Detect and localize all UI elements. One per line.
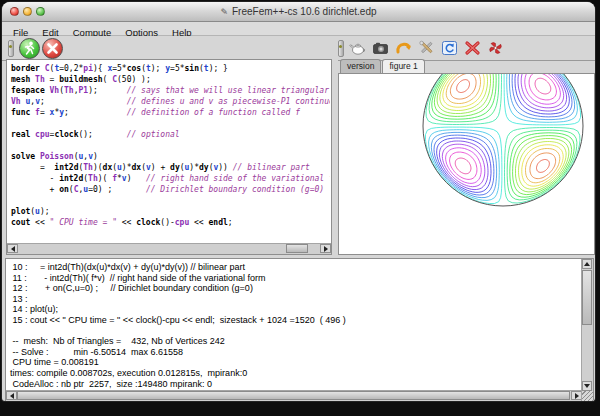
console-hscrollbar[interactable] <box>6 390 582 401</box>
teapot-icon <box>348 40 367 56</box>
iso-line <box>507 130 577 200</box>
iso-line <box>509 74 574 120</box>
run-button[interactable] <box>19 38 40 59</box>
red-x-icon <box>463 40 482 56</box>
console-vscroll-thumb[interactable] <box>582 270 592 325</box>
iso-line <box>450 74 476 99</box>
tab-version[interactable]: version <box>340 59 381 73</box>
zoom-window-button[interactable] <box>36 7 45 16</box>
contour-plot <box>339 74 594 254</box>
busy-indicator-button[interactable] <box>485 39 506 58</box>
iso-line <box>457 80 470 93</box>
toolbar <box>2 36 595 61</box>
cross-icon <box>43 39 62 58</box>
code-area[interactable]: border C(t=0,2*pi){ x=5*cos(t); y=5*sin(… <box>8 61 330 244</box>
window-title: ✎FreeFem++-cs 10.6 dirichlet.edp <box>2 2 595 22</box>
close-window-button[interactable] <box>10 7 19 16</box>
code-line: + on(C,u=0) ; // Dirichlet boundary cond… <box>11 184 330 195</box>
rotate-view-button[interactable] <box>393 39 414 58</box>
toolbar-left <box>5 37 63 59</box>
console-scroll-up-button[interactable] <box>582 259 592 269</box>
stop-button[interactable] <box>42 38 63 59</box>
editor-scroll-right-button[interactable] <box>320 244 331 253</box>
console-line: 12 : + on(C,u=0) ; // Dirichlet boundary… <box>10 283 581 294</box>
code-line: Vh u,v; // defines u and v as piecewise-… <box>11 96 330 107</box>
traffic-lights <box>10 7 45 16</box>
toolbar-right <box>335 37 508 59</box>
iso-line <box>432 74 496 119</box>
document-pencil-icon: ✎ <box>220 7 228 17</box>
iso-line <box>529 74 556 100</box>
code-line: func f= x*y; // definition of a function… <box>11 107 330 118</box>
camera-icon <box>371 40 390 56</box>
iso-line <box>522 145 563 186</box>
resize-grip[interactable] <box>581 391 593 401</box>
console-line: CPU time = 0.008191 <box>10 357 581 368</box>
settings-button[interactable] <box>416 39 437 58</box>
reload-icon <box>440 40 459 56</box>
console-line: 10 : = int2d(Th)(dx(u)*dx(v) + dy(u)*dy(… <box>10 262 581 273</box>
figure-pane: versionfigure 1 <box>338 59 595 255</box>
code-line: plot(u); <box>11 206 330 217</box>
console-line: CodeAlloc : nb ptr 2257, size :149480 mp… <box>10 379 581 390</box>
code-line: real cpu=clock(); // optional <box>11 129 330 140</box>
editor-hscrollbar[interactable] <box>7 243 331 254</box>
code-line <box>11 118 330 129</box>
iso-line <box>455 158 471 174</box>
code-line: cout << " CPU time = " << clock()-cpu <<… <box>11 217 330 228</box>
tab-figure-1[interactable]: figure 1 <box>382 59 424 73</box>
figure-tabstrip: versionfigure 1 <box>338 59 595 73</box>
iso-line <box>537 160 550 173</box>
reload-button[interactable] <box>439 39 460 58</box>
code-line: fespace Vh(Th,P1); // says that we will … <box>11 85 330 96</box>
console-line: 14 : plot(u); <box>10 304 581 315</box>
code-line <box>11 195 330 206</box>
iso-line <box>434 135 494 195</box>
console-scroll-down-button[interactable] <box>582 381 592 391</box>
close-figure-button[interactable] <box>462 39 483 58</box>
console-hscroll-thumb[interactable] <box>17 391 570 400</box>
console-pane: 10 : = int2d(Th)(dx(u)*dx(v) + dy(u)*dy(… <box>5 258 594 401</box>
app-window: ✎FreeFem++-cs 10.6 dirichlet.edp FileEdi… <box>2 2 595 401</box>
code-line: mesh Th = buildmesh( C(50) ); <box>11 74 330 85</box>
pinwheel-icon <box>486 40 505 56</box>
orange-rotate-arrow-icon <box>394 40 413 56</box>
console-output[interactable]: 10 : = int2d(Th)(dx(u)*dx(v) + dy(u)*dy(… <box>7 260 581 391</box>
code-line <box>11 140 330 151</box>
editor-hscroll-thumb[interactable] <box>286 244 308 253</box>
console-scroll-left-button[interactable] <box>6 391 17 400</box>
iso-line <box>513 136 572 195</box>
figure-canvas[interactable] <box>338 73 595 255</box>
console-vscrollbar[interactable] <box>581 259 593 391</box>
iso-line <box>443 74 484 107</box>
iso-line <box>535 78 551 94</box>
code-line: = int2d(Th)(dx(u)*dx(v) + dy(u)*dy(v)) /… <box>11 162 330 173</box>
runner-icon <box>20 39 39 58</box>
console-line: 11 : - int2d(Th)( f*v) // right hand sid… <box>10 273 581 284</box>
iso-line <box>450 152 477 179</box>
toolbar-grip-handle-right[interactable] <box>338 40 344 57</box>
view-3d-button[interactable] <box>347 39 368 58</box>
console-line: 13 : <box>10 294 581 305</box>
console-line: -- mesh: Nb of Triangles = 432, Nb of Ve… <box>10 336 581 347</box>
code-line: border C(t=0,2*pi){ x=5*cos(t); y=5*sin(… <box>11 63 330 74</box>
tools-wrench-icon <box>417 40 436 56</box>
editor-scroll-left-button[interactable] <box>7 244 18 253</box>
snapshot-button[interactable] <box>370 39 391 58</box>
console-line: -- Solve : min -6.50514 max 6.61558 <box>10 347 581 358</box>
console-line: times: compile 0.008702s, execution 0.01… <box>10 368 581 379</box>
code-editor-pane: border C(t=0,2*pi){ x=5*cos(t); y=5*sin(… <box>6 59 332 255</box>
iso-line <box>521 74 564 108</box>
minimize-window-button[interactable] <box>23 7 32 16</box>
menu-bar: FileEditComputeOptionsHelp <box>2 22 595 36</box>
code-line: - int2d(Th)( f*v) // right hand side of … <box>11 173 330 184</box>
console-line <box>10 326 581 337</box>
code-line: solve Poisson(u,v) <box>11 151 330 162</box>
title-bar[interactable]: ✎FreeFem++-cs 10.6 dirichlet.edp <box>2 2 595 22</box>
toolbar-grip-handle[interactable] <box>8 40 14 57</box>
console-line: 15 : cout << " CPU time = " << clock()-c… <box>10 315 581 326</box>
